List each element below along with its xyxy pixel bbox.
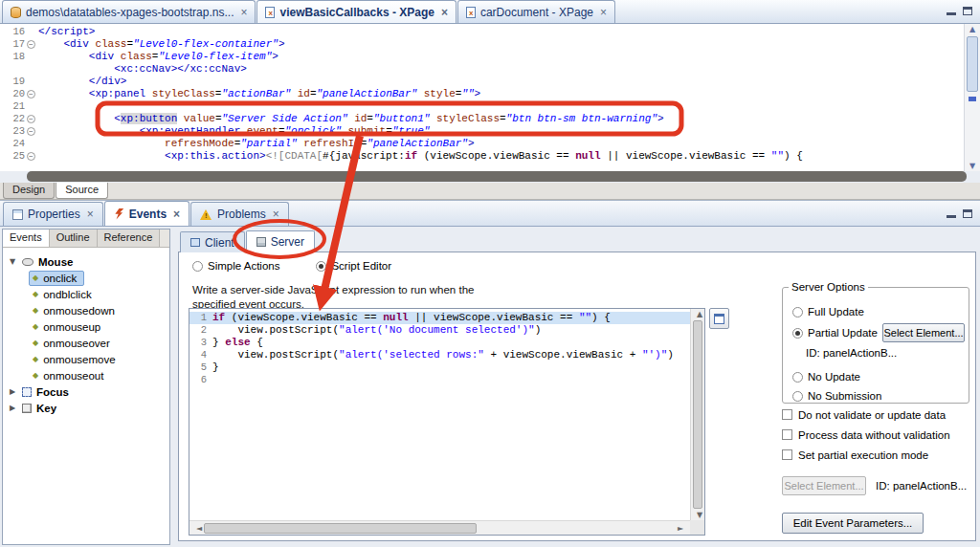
tab-server[interactable]: Server [246, 230, 315, 252]
editor-horizontal-scrollbar[interactable] [27, 171, 967, 182]
scroll-up-icon[interactable]: ▲ [965, 25, 980, 33]
tree-group-label: Mouse [38, 256, 73, 268]
event-item-onmouseout[interactable]: ◆onmouseout [3, 367, 169, 383]
event-item-onmousemove[interactable]: ◆onmousemove [3, 351, 169, 367]
checkbox-process-data-without-validation[interactable]: Process data without validation [782, 427, 950, 442]
subtab-reference[interactable]: Reference [98, 230, 161, 247]
script-editor[interactable]: 1if (viewScope.viewBasic == null || view… [189, 308, 705, 536]
code-text: </div> [38, 76, 126, 88]
radio-no-submission[interactable]: No Submission [792, 390, 881, 402]
scroll-up-icon[interactable]: ▲ [692, 310, 707, 318]
gutter-spacer [25, 26, 38, 38]
event-item-onclick[interactable]: ◆onclick [3, 270, 169, 286]
script-line[interactable]: 5} [189, 361, 690, 374]
event-item-wrap: ◆ondblclick [29, 287, 100, 302]
edit-event-parameters-button[interactable]: Edit Event Parameters... [782, 513, 924, 534]
script-line[interactable]: 3} else { [189, 337, 690, 349]
subtab-outline[interactable]: Outline [50, 230, 98, 247]
fold-icon[interactable]: − [27, 152, 35, 161]
select-element-button[interactable]: Select Element... [882, 323, 965, 342]
radio-script-editor[interactable]: Script Editor [316, 260, 391, 272]
script-vertical-scrollbar[interactable]: ▲ ▼ [690, 309, 704, 520]
source-code-area[interactable]: 16</script>17− <div class="Level0-flex-c… [0, 24, 964, 171]
script-line[interactable]: 2 view.postScript("alert('No document se… [189, 324, 690, 337]
select-element-disabled-button[interactable]: Select Element... [782, 476, 866, 495]
client-server-tabs: ClientServer [180, 230, 316, 252]
gutter-spacer [25, 138, 38, 150]
event-item-onmousedown[interactable]: ◆onmousedown [3, 302, 169, 318]
editor-tab-viewbasiccallbacks[interactable]: viewBasicCallbacks - XPage× [256, 0, 456, 23]
scroll-down-icon[interactable]: ▼ [965, 162, 980, 170]
code-line[interactable]: 20− <xp:panel styleClass="actionBar" id=… [0, 88, 964, 100]
maximize-icon[interactable] [963, 209, 972, 218]
radio-simple-actions[interactable]: Simple Actions [192, 260, 279, 272]
view-tab-properties[interactable]: Properties× [3, 202, 103, 226]
code-line[interactable]: 24 refreshMode="partial" refreshId="pane… [0, 138, 964, 150]
collapse-icon[interactable]: ▼ [8, 257, 17, 266]
code-token: styleClass [436, 113, 500, 124]
close-icon[interactable]: × [87, 208, 94, 221]
expand-icon[interactable]: ▶ [8, 404, 17, 412]
close-icon[interactable]: × [240, 6, 247, 19]
close-icon[interactable]: × [173, 208, 180, 221]
tab-design[interactable]: Design [3, 183, 55, 199]
radio-partial-update[interactable]: Partial Update [792, 327, 878, 339]
code-line[interactable]: 23− <xp:eventHandler event="onclick" sub… [0, 125, 964, 138]
fold-icon[interactable]: − [27, 90, 35, 98]
code-line[interactable]: 18 <div class="Level0-flex-item"> [0, 51, 964, 63]
xml-source-editor[interactable]: 16</script>17− <div class="Level0-flex-c… [0, 24, 980, 171]
script-line[interactable]: 6 [189, 374, 690, 386]
view-tab-problems[interactable]: Problems× [190, 202, 289, 226]
code-line[interactable]: 25− <xp:this.action><![CDATA[#{javascrip… [0, 150, 964, 163]
event-item-label: onmouseup [43, 321, 100, 333]
code-line[interactable]: 16</script> [0, 26, 964, 38]
minimize-icon[interactable] [947, 209, 956, 218]
code-line[interactable]: 17− <div class="Level0-flex-container"> [0, 38, 964, 51]
checkbox-set-partial-execution-mode[interactable]: Set partial execution mode [782, 448, 950, 462]
event-item-ondblclick[interactable]: ◆ondblclick [3, 286, 169, 302]
code-line[interactable]: <xc:ccNav></xc:ccNav> [0, 63, 964, 76]
radio-no-update[interactable]: No Update [792, 371, 860, 383]
tree-group-key[interactable]: ▶Key [3, 400, 169, 416]
close-icon[interactable]: × [273, 208, 279, 221]
event-diamond-icon: ◆ [33, 355, 38, 364]
subtab-events[interactable]: Events [3, 230, 50, 247]
code-token: </div> [89, 76, 127, 87]
editor-tab-database[interactable]: demos\datatables-xpages-bootstrap.ns...× [2, 0, 256, 23]
scrollbar-thumb[interactable] [693, 320, 702, 509]
script-line[interactable]: 1if (viewScope.viewBasic == null || view… [189, 312, 690, 324]
line-number: 22 [0, 113, 25, 125]
view-tab-events[interactable]: Events× [104, 201, 189, 226]
fold-icon[interactable]: − [27, 115, 35, 123]
event-editor-pane: ClientServer Simple ActionsScript Editor… [172, 229, 978, 545]
scroll-right-icon[interactable]: ► [673, 524, 688, 533]
scroll-down-icon[interactable]: ▼ [692, 511, 707, 519]
script-line[interactable]: 4 view.postScript("alert('selected rows:… [189, 349, 690, 361]
fold-icon[interactable]: − [27, 40, 35, 49]
script-horizontal-scrollbar[interactable]: ◄ ► [189, 520, 690, 535]
tab-source[interactable]: Source [56, 183, 108, 199]
minimize-icon[interactable] [947, 7, 956, 15]
tree-group-label: Key [36, 403, 56, 414]
code-line[interactable]: 22− <xp:button value="Server Side Action… [0, 113, 964, 125]
scrollbar-thumb[interactable] [967, 36, 978, 92]
expand-icon[interactable]: ▶ [8, 387, 17, 396]
checkbox-do-not-validate-or-update-data[interactable]: Do not validate or update data [782, 407, 950, 422]
script-code-area[interactable]: 1if (viewScope.viewBasic == null || view… [189, 309, 690, 520]
close-icon[interactable]: × [600, 6, 607, 19]
radio-full-update[interactable]: Full Update [792, 306, 864, 317]
maximize-icon[interactable] [963, 7, 972, 15]
fold-icon[interactable]: − [27, 127, 35, 136]
editor-tab-cardocument[interactable]: carDocument - XPage× [457, 0, 615, 23]
open-script-dialog-button[interactable] [709, 308, 729, 329]
event-item-onmouseover[interactable]: ◆onmouseover [3, 335, 169, 351]
code-line[interactable]: 21 [0, 100, 964, 113]
close-icon[interactable]: × [441, 6, 448, 19]
tab-client[interactable]: Client [180, 231, 245, 252]
tree-group-focus[interactable]: ▶Focus [3, 383, 169, 400]
event-item-onmouseup[interactable]: ◆onmouseup [3, 318, 169, 335]
code-line[interactable]: 19 </div> [0, 76, 964, 88]
editor-vertical-scrollbar[interactable]: ▲ ▼ [964, 24, 980, 171]
scrollbar-thumb[interactable] [204, 523, 477, 534]
tree-group-mouse[interactable]: ▼Mouse [3, 253, 169, 270]
